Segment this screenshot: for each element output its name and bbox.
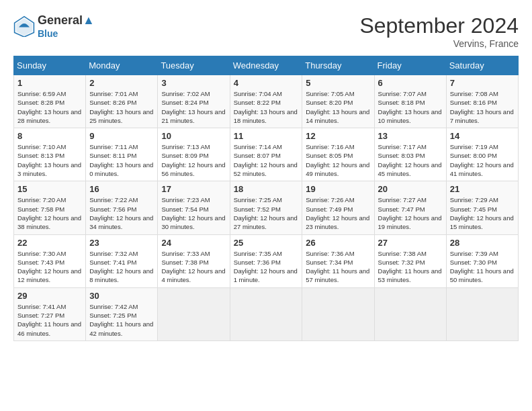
day-info: Sunrise: 7:22 AMSunset: 7:56 PMDaylight:… [89, 195, 154, 231]
day-info: Sunrise: 7:26 AMSunset: 7:49 PMDaylight:… [306, 195, 370, 231]
calendar-cell: 25 Sunrise: 7:35 AMSunset: 7:36 PMDaylig… [230, 234, 302, 287]
calendar-cell: 27 Sunrise: 7:38 AMSunset: 7:32 PMDaylig… [374, 234, 446, 287]
calendar-cell [158, 287, 230, 340]
calendar-cell: 26 Sunrise: 7:36 AMSunset: 7:34 PMDaylig… [302, 234, 374, 287]
day-number: 20 [378, 184, 443, 194]
day-info: Sunrise: 7:39 AMSunset: 7:30 PMDaylight:… [450, 249, 515, 285]
day-info: Sunrise: 7:19 AMSunset: 8:00 PMDaylight:… [450, 142, 515, 178]
calendar-cell: 5 Sunrise: 7:05 AMSunset: 8:20 PMDayligh… [302, 75, 374, 128]
calendar-cell: 24 Sunrise: 7:33 AMSunset: 7:38 PMDaylig… [158, 234, 230, 287]
day-info: Sunrise: 7:11 AMSunset: 8:11 PMDaylight:… [89, 142, 154, 178]
calendar-cell [374, 287, 446, 340]
calendar-cell: 13 Sunrise: 7:17 AMSunset: 8:03 PMDaylig… [374, 128, 446, 181]
calendar-cell: 6 Sunrise: 7:07 AMSunset: 8:18 PMDayligh… [374, 75, 446, 128]
calendar-cell [446, 287, 518, 340]
day-number: 25 [234, 238, 299, 248]
day-number: 16 [89, 184, 154, 194]
day-number: 10 [161, 131, 226, 141]
day-number: 30 [89, 291, 154, 301]
day-info: Sunrise: 7:02 AMSunset: 8:24 PMDaylight:… [161, 89, 226, 125]
calendar-week-row: 1 Sunrise: 6:59 AMSunset: 8:28 PMDayligh… [14, 75, 519, 128]
day-number: 15 [17, 184, 82, 194]
day-info: Sunrise: 7:27 AMSunset: 7:47 PMDaylight:… [378, 195, 443, 231]
calendar-cell: 11 Sunrise: 7:14 AMSunset: 8:07 PMDaylig… [230, 128, 302, 181]
day-number: 8 [17, 131, 82, 141]
calendar-week-row: 22 Sunrise: 7:30 AMSunset: 7:43 PMDaylig… [14, 234, 519, 287]
weekday-header-friday: Friday [374, 56, 446, 75]
day-info: Sunrise: 7:41 AMSunset: 7:27 PMDaylight:… [17, 302, 82, 338]
day-info: Sunrise: 7:17 AMSunset: 8:03 PMDaylight:… [378, 142, 443, 178]
day-number: 4 [234, 78, 299, 88]
day-info: Sunrise: 7:01 AMSunset: 8:26 PMDaylight:… [89, 89, 154, 125]
calendar-cell: 7 Sunrise: 7:08 AMSunset: 8:16 PMDayligh… [446, 75, 518, 128]
day-number: 21 [450, 184, 515, 194]
calendar-cell: 8 Sunrise: 7:10 AMSunset: 8:13 PMDayligh… [14, 128, 86, 181]
day-number: 24 [161, 238, 226, 248]
calendar-cell [230, 287, 302, 340]
day-number: 11 [234, 131, 299, 141]
weekday-header-wednesday: Wednesday [230, 56, 302, 75]
day-number: 7 [450, 78, 515, 88]
calendar-cell: 17 Sunrise: 7:23 AMSunset: 7:54 PMDaylig… [158, 181, 230, 234]
month-title: September 2024 [359, 13, 519, 38]
calendar-cell: 29 Sunrise: 7:41 AMSunset: 7:27 PMDaylig… [14, 287, 86, 340]
page-header: General▲ Blue September 2024 Vervins, Fr… [13, 13, 519, 49]
calendar-cell: 30 Sunrise: 7:42 AMSunset: 7:25 PMDaylig… [86, 287, 158, 340]
location-subtitle: Vervins, France [359, 38, 519, 49]
day-info: Sunrise: 7:23 AMSunset: 7:54 PMDaylight:… [161, 195, 226, 231]
day-number: 2 [89, 78, 154, 88]
day-info: Sunrise: 7:25 AMSunset: 7:52 PMDaylight:… [234, 195, 299, 231]
day-info: Sunrise: 7:07 AMSunset: 8:18 PMDaylight:… [378, 89, 443, 125]
calendar-cell: 21 Sunrise: 7:29 AMSunset: 7:45 PMDaylig… [446, 181, 518, 234]
day-info: Sunrise: 7:32 AMSunset: 7:41 PMDaylight:… [89, 249, 154, 285]
day-info: Sunrise: 7:13 AMSunset: 8:09 PMDaylight:… [161, 142, 226, 178]
weekday-header-saturday: Saturday [446, 56, 518, 75]
calendar-cell: 15 Sunrise: 7:20 AMSunset: 7:58 PMDaylig… [14, 181, 86, 234]
day-number: 18 [234, 184, 299, 194]
calendar-cell: 23 Sunrise: 7:32 AMSunset: 7:41 PMDaylig… [86, 234, 158, 287]
day-info: Sunrise: 7:08 AMSunset: 8:16 PMDaylight:… [450, 89, 515, 125]
logo-icon [13, 15, 35, 37]
day-info: Sunrise: 7:42 AMSunset: 7:25 PMDaylight:… [89, 302, 154, 338]
day-number: 13 [378, 131, 443, 141]
calendar-cell: 1 Sunrise: 6:59 AMSunset: 8:28 PMDayligh… [14, 75, 86, 128]
day-info: Sunrise: 6:59 AMSunset: 8:28 PMDaylight:… [17, 89, 82, 125]
calendar-cell: 4 Sunrise: 7:04 AMSunset: 8:22 PMDayligh… [230, 75, 302, 128]
logo-text: General▲ Blue [38, 13, 95, 39]
calendar-cell: 28 Sunrise: 7:39 AMSunset: 7:30 PMDaylig… [446, 234, 518, 287]
calendar-week-row: 29 Sunrise: 7:41 AMSunset: 7:27 PMDaylig… [14, 287, 519, 340]
calendar-cell: 20 Sunrise: 7:27 AMSunset: 7:47 PMDaylig… [374, 181, 446, 234]
day-number: 12 [306, 131, 370, 141]
day-info: Sunrise: 7:30 AMSunset: 7:43 PMDaylight:… [17, 249, 82, 285]
day-info: Sunrise: 7:16 AMSunset: 8:05 PMDaylight:… [306, 142, 370, 178]
day-number: 28 [450, 238, 515, 248]
calendar-cell: 9 Sunrise: 7:11 AMSunset: 8:11 PMDayligh… [86, 128, 158, 181]
day-number: 27 [378, 238, 443, 248]
day-number: 9 [89, 131, 154, 141]
day-number: 17 [161, 184, 226, 194]
day-info: Sunrise: 7:14 AMSunset: 8:07 PMDaylight:… [234, 142, 299, 178]
weekday-header-thursday: Thursday [302, 56, 374, 75]
calendar-cell [302, 287, 374, 340]
calendar-week-row: 15 Sunrise: 7:20 AMSunset: 7:58 PMDaylig… [14, 181, 519, 234]
day-number: 5 [306, 78, 370, 88]
calendar-cell: 14 Sunrise: 7:19 AMSunset: 8:00 PMDaylig… [446, 128, 518, 181]
day-number: 6 [378, 78, 443, 88]
day-number: 14 [450, 131, 515, 141]
day-number: 23 [89, 238, 154, 248]
weekday-header-row: SundayMondayTuesdayWednesdayThursdayFrid… [14, 56, 519, 75]
day-number: 26 [306, 238, 370, 248]
calendar-cell: 12 Sunrise: 7:16 AMSunset: 8:05 PMDaylig… [302, 128, 374, 181]
calendar-table: SundayMondayTuesdayWednesdayThursdayFrid… [13, 56, 519, 341]
calendar-cell: 16 Sunrise: 7:22 AMSunset: 7:56 PMDaylig… [86, 181, 158, 234]
calendar-week-row: 8 Sunrise: 7:10 AMSunset: 8:13 PMDayligh… [14, 128, 519, 181]
day-number: 3 [161, 78, 226, 88]
day-info: Sunrise: 7:38 AMSunset: 7:32 PMDaylight:… [378, 249, 443, 285]
calendar-cell: 2 Sunrise: 7:01 AMSunset: 8:26 PMDayligh… [86, 75, 158, 128]
day-number: 1 [17, 78, 82, 88]
calendar-cell: 19 Sunrise: 7:26 AMSunset: 7:49 PMDaylig… [302, 181, 374, 234]
weekday-header-tuesday: Tuesday [158, 56, 230, 75]
day-info: Sunrise: 7:10 AMSunset: 8:13 PMDaylight:… [17, 142, 82, 178]
day-number: 19 [306, 184, 370, 194]
day-info: Sunrise: 7:05 AMSunset: 8:20 PMDaylight:… [306, 89, 370, 125]
